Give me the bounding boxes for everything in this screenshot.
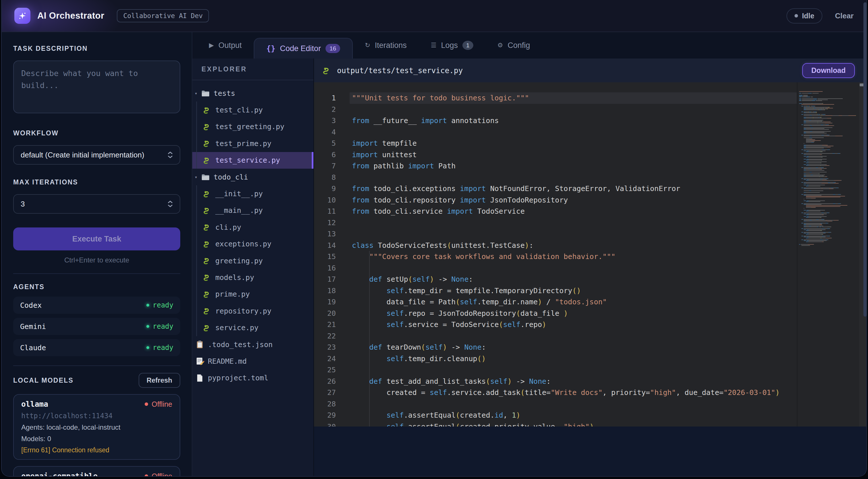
offline-dot-icon <box>145 402 148 406</box>
download-button[interactable]: Download <box>802 63 855 78</box>
offline-dot-icon <box>145 474 148 476</box>
line-number: 7 <box>314 160 336 172</box>
code-line-23: 23 def tearDown(self) -> None: <box>314 342 866 353</box>
local-model-card: ollamaOfflinehttp://localhost:11434Agent… <box>13 394 180 460</box>
line-number: 16 <box>314 263 336 274</box>
line-number: 29 <box>314 410 336 421</box>
clear-button[interactable]: Clear <box>835 11 854 20</box>
code-line-30: 30 self.assertEqual(created.priority.val… <box>314 421 866 427</box>
file-exceptions.py[interactable]: exceptions.py <box>192 236 313 252</box>
model-name: ollama <box>21 400 48 408</box>
task-description-input[interactable] <box>13 61 180 113</box>
file-greeting.py[interactable]: greeting.py <box>192 252 313 269</box>
page-scrollbar[interactable] <box>863 2 867 317</box>
code-line-4: 4 <box>314 127 866 138</box>
folder-todo_cli[interactable]: ▾todo_cli <box>192 169 313 185</box>
top-header: AI Orchestrator Collaborative AI Dev Idl… <box>2 0 866 32</box>
python-icon <box>203 223 212 232</box>
ready-dot-icon <box>146 346 149 349</box>
code-line-29: 29 self.assertEqual(created.id, 1) <box>314 410 866 421</box>
code-line-5: 5import tempfile <box>314 138 866 149</box>
line-number: 15 <box>314 251 336 263</box>
folder-tests[interactable]: ▾tests <box>192 85 313 102</box>
file-service.py[interactable]: service.py <box>192 319 313 336</box>
file-test_prime.py[interactable]: test_prime.py <box>192 135 313 152</box>
code-line-8: 8 <box>314 172 866 183</box>
file-prime.py[interactable]: prime.py <box>192 286 313 303</box>
chevron-down-icon[interactable]: ▾ <box>195 174 200 180</box>
file-models.py[interactable]: models.py <box>192 269 313 286</box>
number-stepper-icon[interactable] <box>167 200 173 208</box>
file-test_service.py[interactable]: test_service.py <box>192 152 313 169</box>
model-status: Offline <box>145 472 172 476</box>
max-iterations-input[interactable]: 3 <box>13 194 180 214</box>
line-number: 23 <box>314 342 336 353</box>
tab-config[interactable]: ⚙Config <box>485 32 542 59</box>
agent-status: ready <box>146 301 174 309</box>
file-name: service.py <box>215 323 259 332</box>
agent-card: Claudeready <box>13 339 180 356</box>
tab-iterations[interactable]: ↻Iterations <box>353 32 419 59</box>
file-name: models.py <box>215 273 254 282</box>
workflow-select[interactable]: default (Create initial implementation) <box>13 145 180 165</box>
python-icon <box>203 106 212 115</box>
refresh-button[interactable]: Refresh <box>138 373 180 388</box>
readme-icon <box>195 356 205 366</box>
file-pyproject.toml[interactable]: pyproject.toml <box>192 370 313 386</box>
file-icon <box>195 373 205 383</box>
minimap-border <box>797 82 797 426</box>
code-line-10: 10from todo_cli.repository import JsonTo… <box>314 195 866 206</box>
code-line-12: 12 <box>314 217 866 229</box>
file-__init__.py[interactable]: __init__.py <box>192 185 313 202</box>
editor-body[interactable]: 1"""Unit tests for todo business logic."… <box>314 82 866 426</box>
file-name: __init__.py <box>215 190 263 198</box>
file-__main__.py[interactable]: __main__.py <box>192 202 313 219</box>
python-icon <box>203 273 212 282</box>
python-icon <box>203 189 212 199</box>
explorer-header: EXPLORER <box>192 59 313 80</box>
tab-output[interactable]: ▶Output <box>197 32 254 59</box>
tab-logs[interactable]: ☰Logs1 <box>419 32 485 59</box>
model-status: Offline <box>145 400 172 408</box>
file-test_cli.py[interactable]: test_cli.py <box>192 102 313 118</box>
line-number: 10 <box>314 195 336 206</box>
divider <box>13 273 180 274</box>
python-icon <box>203 206 212 215</box>
code-line-22: 22 <box>314 331 866 342</box>
code-line-1: 1"""Unit tests for todo business logic."… <box>314 92 866 104</box>
code-area[interactable]: 1"""Unit tests for todo business logic."… <box>314 82 866 426</box>
gear-icon: ⚙ <box>497 42 503 49</box>
file-README.md[interactable]: README.md <box>192 353 313 369</box>
chevron-down-icon[interactable]: ▾ <box>195 91 200 96</box>
execute-task-button[interactable]: Execute Task <box>13 228 180 250</box>
line-number: 30 <box>314 421 336 427</box>
max-iterations-value: 3 <box>21 200 167 208</box>
file-.todo_test.json[interactable]: .todo_test.json <box>192 336 313 353</box>
tab-code-editor[interactable]: {}Code Editor16 <box>254 38 353 59</box>
line-number: 21 <box>314 319 336 331</box>
file-cli.py[interactable]: cli.py <box>192 219 313 236</box>
line-number: 12 <box>314 217 336 229</box>
file-test_greeting.py[interactable]: test_greeting.py <box>192 118 313 135</box>
code-line-11: 11from todo_cli.service import TodoServi… <box>314 206 866 217</box>
model-name: openai-compatible <box>21 472 98 476</box>
divider <box>13 366 180 366</box>
agent-name: Gemini <box>20 322 46 331</box>
code-line-26: 26 def test_add_and_list_tasks(self) -> … <box>314 376 866 387</box>
code-line-9: 9from todo_cli.exceptions import NotFoun… <box>314 183 866 195</box>
tab-badge: 16 <box>326 44 340 53</box>
status-badge: Idle <box>786 8 823 24</box>
file-repository.py[interactable]: repository.py <box>192 303 313 319</box>
file-name: exceptions.py <box>215 240 272 248</box>
line-number: 4 <box>314 127 336 138</box>
line-number: 14 <box>314 240 336 251</box>
python-icon <box>203 256 212 265</box>
agent-name: Codex <box>20 301 42 309</box>
file-name: __main__.py <box>215 206 263 214</box>
indent-guide <box>369 263 370 274</box>
minimap[interactable] <box>799 82 858 426</box>
code-line-16: 16 <box>314 263 866 274</box>
code-line-2: 2 <box>314 104 866 115</box>
tab-label: Output <box>218 41 242 50</box>
line-number: 28 <box>314 399 336 410</box>
